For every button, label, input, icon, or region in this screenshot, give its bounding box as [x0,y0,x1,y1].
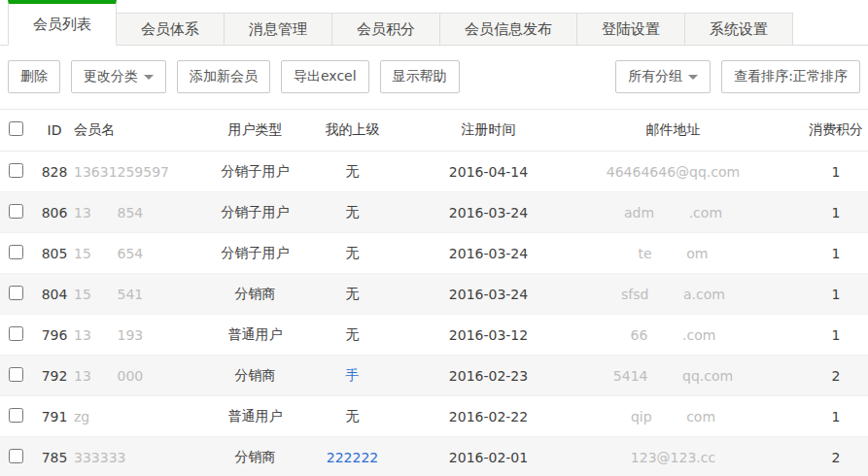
delete-button[interactable]: 删除 [8,60,60,93]
members-table: ID 会员名 用户类型 我的上级 注册时间 邮件地址 消费积分 828 1363… [0,109,868,476]
member-name: 333333 [74,437,209,476]
member-name: zg [74,396,209,437]
select-all-checkbox[interactable] [9,121,23,136]
member-name: 15 541 [74,274,209,315]
row-checkbox-cell [0,152,35,192]
row-checkbox[interactable] [9,326,23,341]
user-type: 分销商 [209,274,301,315]
points: 1 [773,233,868,274]
member-id: 805 [35,233,74,274]
email: te om [573,233,773,274]
column-header-name: 会员名 [74,110,209,152]
member-id: 791 [35,396,74,437]
superior: 无 [301,396,403,437]
select-all-checkbox-cell [0,110,35,152]
superior: 无 [301,192,403,233]
points: 2 [773,437,868,476]
row-checkbox[interactable] [9,286,23,300]
user-type: 普通用户 [209,396,301,437]
superior-link[interactable]: 手 [346,367,360,383]
row-checkbox-cell [0,315,35,356]
column-header-email: 邮件地址 [573,110,773,152]
member-id: 806 [35,192,74,233]
table-row: 805 15 654 分销子用户 无 2016-03-24 te om 1 [0,233,868,274]
member-id: 785 [35,437,74,476]
points: 1 [773,315,868,356]
row-checkbox[interactable] [9,163,23,178]
table-row: 828 13631259597 分销子用户 无 2016-04-14 46464… [0,152,868,192]
row-checkbox-cell [0,274,35,315]
points: 1 [773,274,868,315]
row-checkbox[interactable] [9,245,23,259]
points: 2 [773,356,868,396]
row-checkbox[interactable] [9,449,23,463]
superior-cell: 222222 [301,437,403,476]
row-checkbox-cell [0,437,35,476]
table-row: 806 13 854 分销子用户 无 2016-03-24 adm .com 1 [0,192,868,233]
points: 1 [773,192,868,233]
user-type: 分销商 [209,356,301,396]
add-member-button[interactable]: 添加新会员 [177,60,270,93]
register-time: 2016-02-23 [403,356,573,396]
tab-member-info-publish[interactable]: 会员信息发布 [439,13,577,46]
tab-member-points[interactable]: 会员积分 [331,13,440,46]
superior: 无 [301,315,403,356]
column-header-points: 消费积分 [773,110,868,152]
sort-filter-dropdown[interactable]: 查看排序:正常排序 [721,60,860,93]
member-name: 13 000 [74,356,209,396]
tab-login-settings[interactable]: 登陆设置 [576,13,685,46]
register-time: 2016-04-14 [403,152,573,192]
superior: 无 [301,152,403,192]
points: 1 [773,396,868,437]
register-time: 2016-02-22 [403,396,573,437]
row-checkbox[interactable] [9,408,23,423]
row-checkbox[interactable] [9,367,23,382]
tab-member-list[interactable]: 会员列表 [8,0,117,46]
toolbar: 删除 更改分类 添加新会员 导出excel 显示帮助 所有分组 查看排序:正常排… [0,46,868,107]
table-row: 792 13 000 分销商 手 2016-02-23 5414 qq.com … [0,356,868,396]
group-filter-dropdown[interactable]: 所有分组 [615,60,711,93]
chevron-down-icon [688,75,698,80]
row-checkbox[interactable] [9,204,23,219]
superior-cell: 手 [301,356,403,396]
member-name: 13 193 [74,315,209,356]
email: qip com [573,396,773,437]
email: 66 .com [573,315,773,356]
tab-bar: 会员列表 会员体系 消息管理 会员积分 会员信息发布 登陆设置 系统设置 [0,0,868,46]
row-checkbox-cell [0,396,35,437]
superior: 无 [301,274,403,315]
user-type: 分销子用户 [209,233,301,274]
superior-link[interactable]: 222222 [327,450,378,465]
change-category-dropdown[interactable]: 更改分类 [71,60,166,93]
column-header-superior: 我的上级 [301,110,403,152]
tab-system-settings[interactable]: 系统设置 [684,13,793,46]
export-excel-button[interactable]: 导出excel [281,60,369,93]
user-type: 普通用户 [209,315,301,356]
tab-member-system[interactable]: 会员体系 [116,13,225,46]
chevron-down-icon [144,75,154,80]
column-header-id: ID [35,110,74,152]
tab-message-management[interactable]: 消息管理 [224,13,332,46]
register-time: 2016-02-01 [403,437,573,476]
member-name: 13 854 [74,192,209,233]
email: 123@123.cc [573,437,773,476]
row-checkbox-cell [0,356,35,396]
register-time: 2016-03-12 [403,315,573,356]
user-type: 分销子用户 [209,192,301,233]
register-time: 2016-03-24 [403,233,573,274]
member-id: 828 [35,152,74,192]
table-header-row: ID 会员名 用户类型 我的上级 注册时间 邮件地址 消费积分 [0,110,868,152]
email: 5414 qq.com [573,356,773,396]
row-checkbox-cell [0,233,35,274]
table-row: 804 15 541 分销商 无 2016-03-24 sfsd a.com 1 [0,274,868,315]
superior: 无 [301,233,403,274]
member-name: 13631259597 [74,152,209,192]
show-help-button[interactable]: 显示帮助 [380,60,460,93]
member-name: 15 654 [74,233,209,274]
member-id: 792 [35,356,74,396]
row-checkbox-cell [0,192,35,233]
register-time: 2016-03-24 [403,192,573,233]
table-row: 785 333333 分销商 222222 2016-02-01 123@123… [0,437,868,476]
email: 46464646@qq.com [573,152,773,192]
change-category-label: 更改分类 [84,68,138,84]
